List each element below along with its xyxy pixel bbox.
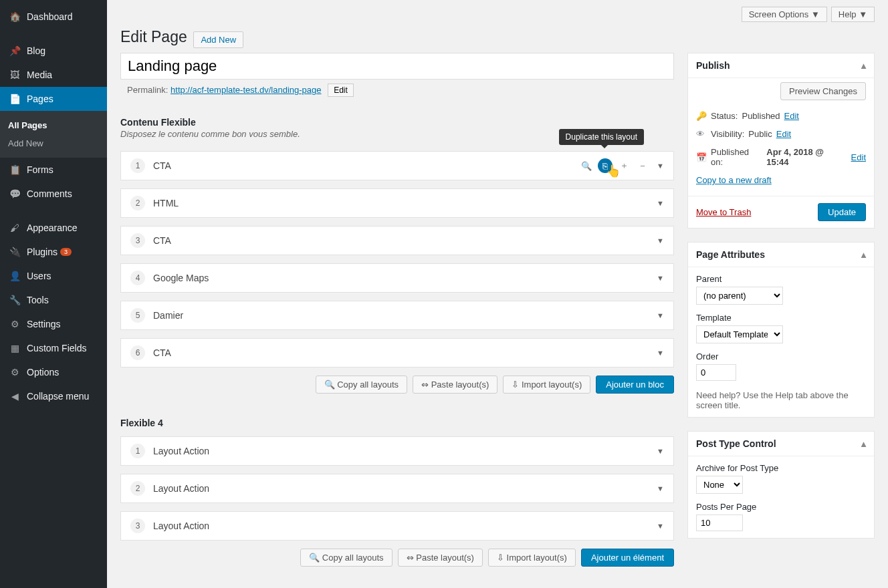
layout-row[interactable]: 3 CTA ▼ [120,226,674,255]
ppp-input[interactable] [696,514,743,531]
sidebar-item-tools[interactable]: 🔧Tools [0,288,107,312]
sidebar-item-media[interactable]: 🖼Media [0,63,107,87]
layout-row[interactable]: 4 Google Maps ▼ [120,263,674,293]
post-type-title: Post Type Control [696,438,776,449]
permalink-link[interactable]: http://acf-template-test.dv/landing-page [171,85,321,95]
forms-icon: 📋 [8,163,21,176]
layout-number: 2 [130,196,145,210]
collapse-toggle-icon[interactable]: ▼ [657,447,664,455]
layout-row[interactable]: 1 Layout Action ▼ [120,436,674,466]
tools-icon: 🔧 [8,293,21,307]
sidebar-item-label: Comments [27,188,72,199]
plus-icon[interactable]: ＋ [617,158,631,173]
copy-layouts-button[interactable]: 🔍 Copy all layouts [316,376,407,394]
sidebar-item-label: Options [27,367,59,378]
sidebar-item-users[interactable]: 👤Users [0,264,107,288]
paste-layouts-button[interactable]: ⇔ Paste layout(s) [398,549,483,567]
sidebar-submenu: All Pages Add New [0,111,107,158]
help-button[interactable]: Help ▼ [831,7,875,22]
add-element-button[interactable]: Ajouter un élément [581,549,674,567]
collapse-toggle-icon[interactable]: ▼ [657,349,664,357]
ppp-label: Posts Per Page [696,502,866,512]
layout-label: Layout Action [153,521,654,531]
collapse-toggle-icon[interactable]: ▼ [657,162,664,170]
minus-icon[interactable]: − [635,158,650,173]
layout-row[interactable]: 1 CTA 🔍 ⎘ ＋ − ▼ Duplicate this layout 👆 [120,151,674,180]
sidebar-item-blog[interactable]: 📌Blog [0,39,107,63]
calendar-icon: 📅 [696,152,707,162]
page-title: Edit Page [120,28,187,46]
sidebar-item-label: Media [27,69,52,80]
search-icon[interactable]: 🔍 [579,158,594,173]
duplicate-icon[interactable]: ⎘ [598,158,613,173]
layout-row[interactable]: 6 CTA ▼ [120,338,674,368]
paste-layouts-button[interactable]: ⇔ Paste layout(s) [413,376,497,394]
parent-select[interactable]: (no parent) [696,287,783,305]
users-icon: 👤 [8,269,21,283]
collapse-box-icon[interactable]: ▴ [861,438,866,449]
post-type-box: Post Type Control▴ Archive for Post Type… [687,431,875,539]
media-icon: 🖼 [8,68,21,82]
screen-options-button[interactable]: Screen Options ▼ [742,7,827,22]
layout-number: 6 [130,345,145,360]
collapse-box-icon[interactable]: ▴ [861,60,866,71]
layout-number: 5 [130,308,145,323]
comments-icon: 💬 [8,187,21,200]
sidebar-sub-add-new[interactable]: Add New [0,134,107,152]
sidebar-item-plugins[interactable]: 🔌Plugins3 [0,240,107,264]
layout-row[interactable]: 5 Damier ▼ [120,301,674,330]
collapse-toggle-icon[interactable]: ▼ [657,199,664,207]
collapse-toggle-icon[interactable]: ▼ [657,237,664,245]
eye-icon: 👁 [696,129,707,139]
layout-row[interactable]: 3 Layout Action ▼ [120,511,674,541]
permalink-row: Permalink: http://acf-template-test.dv/l… [120,80,674,101]
sidebar-item-settings[interactable]: ⚙Settings [0,312,107,336]
add-block-button[interactable]: Ajouter un bloc [596,376,674,394]
copy-draft-link[interactable]: Copy to a new draft [696,175,772,185]
sidebar-item-appearance[interactable]: 🖌Appearance [0,216,107,240]
import-layouts-button[interactable]: ⇩ Import layout(s) [488,549,576,567]
edit-visibility-link[interactable]: Edit [776,129,791,139]
template-select[interactable]: Default Template [696,325,783,343]
move-to-trash-link[interactable]: Move to Trash [696,207,751,217]
import-layouts-button[interactable]: ⇩ Import layout(s) [503,376,590,394]
layout-row[interactable]: 2 HTML ▼ [120,188,674,218]
title-input[interactable] [120,53,674,80]
layout-label: Damier [153,310,654,321]
update-button[interactable]: Update [818,203,866,221]
collapse-box-icon[interactable]: ▴ [861,249,866,260]
sidebar-item-comments[interactable]: 💬Comments [0,182,107,206]
preview-changes-button[interactable]: Preview Changes [780,82,866,100]
collapse-toggle-icon[interactable]: ▼ [657,274,664,282]
sidebar-item-options[interactable]: ⚙Options [0,360,107,384]
layout-row[interactable]: 2 Layout Action ▼ [120,474,674,503]
permalink-edit-button[interactable]: Edit [328,84,354,97]
layout-number: 1 [130,444,145,458]
layout-label: Google Maps [153,273,654,283]
order-input[interactable] [696,364,736,381]
layout-number: 1 [130,158,145,173]
template-label: Template [696,313,866,323]
collapse-toggle-icon[interactable]: ▼ [657,522,664,530]
sidebar-item-custom-fields[interactable]: ▦Custom Fields [0,336,107,360]
sidebar-item-collapse[interactable]: ◀Collapse menu [0,384,107,408]
sidebar-item-dashboard[interactable]: 🏠Dashboard [0,5,107,29]
collapse-toggle-icon[interactable]: ▼ [657,311,664,319]
sidebar-item-label: Appearance [27,223,78,233]
collapse-toggle-icon[interactable]: ▼ [657,484,664,492]
layout-label: Layout Action [153,483,654,494]
order-label: Order [696,351,866,361]
sidebar-sub-all-pages[interactable]: All Pages [0,116,107,134]
sidebar-item-pages[interactable]: 📄Pages [0,87,107,111]
archive-select[interactable]: None [696,476,743,494]
archive-label: Archive for Post Type [696,463,866,473]
copy-layouts-button[interactable]: 🔍 Copy all layouts [300,549,392,567]
edit-date-link[interactable]: Edit [851,152,866,162]
sidebar-item-forms[interactable]: 📋Forms [0,158,107,182]
flexible1-title: Contenu Flexible [120,117,674,128]
custom-fields-icon: ▦ [8,341,21,355]
sidebar-item-label: Custom Fields [27,343,86,353]
edit-status-link[interactable]: Edit [784,111,799,121]
pin-icon: 📌 [8,44,21,57]
add-new-button[interactable]: Add New [193,31,243,48]
